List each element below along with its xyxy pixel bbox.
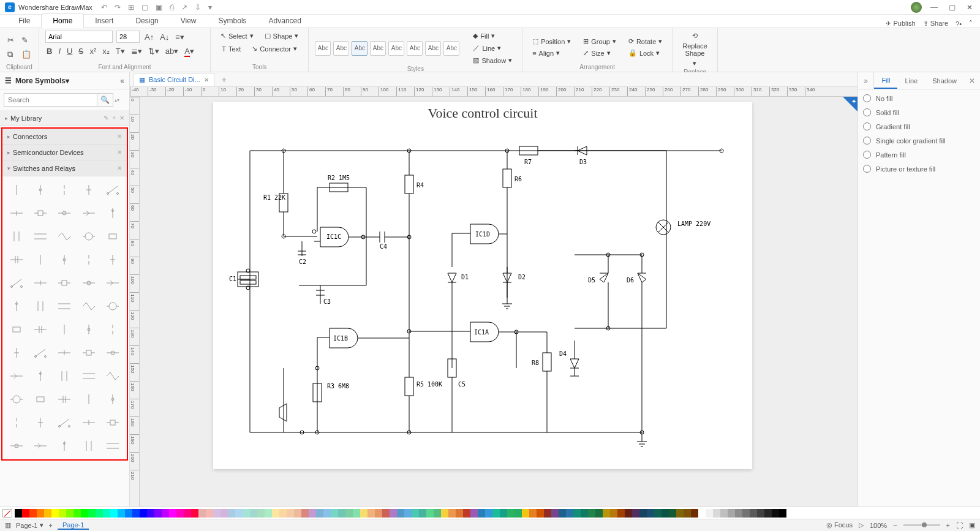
print-icon[interactable]: ⎙ <box>170 3 174 12</box>
style-preset-5[interactable]: Abc <box>388 41 404 56</box>
bold-icon[interactable]: B <box>45 45 53 57</box>
pages-icon[interactable]: ▥ <box>5 521 11 529</box>
copy-icon[interactable]: ⧉ <box>6 48 15 61</box>
symbol-item[interactable] <box>30 203 50 223</box>
color-swatch[interactable] <box>198 509 206 518</box>
color-swatch[interactable] <box>485 509 492 518</box>
collapse-ribbon-icon[interactable]: ˄ <box>969 20 973 28</box>
color-swatch[interactable] <box>301 509 309 518</box>
color-swatch[interactable] <box>375 509 382 518</box>
fill-option[interactable]: Picture or texture fill <box>863 165 975 173</box>
symbol-item[interactable] <box>55 390 75 409</box>
symbol-item[interactable] <box>78 180 99 200</box>
color-swatch[interactable] <box>632 509 639 518</box>
italic-icon[interactable]: I <box>57 45 62 57</box>
symbol-item[interactable] <box>30 343 50 363</box>
add-page-icon[interactable]: + <box>48 522 52 529</box>
color-swatch[interactable] <box>147 509 154 518</box>
color-swatch[interactable] <box>331 509 338 518</box>
cut-icon[interactable]: ✂ <box>6 34 15 46</box>
color-swatch[interactable] <box>676 509 684 518</box>
color-swatch[interactable] <box>338 509 345 518</box>
color-swatch[interactable] <box>316 509 323 518</box>
symbol-item[interactable] <box>103 250 123 269</box>
symbol-item[interactable] <box>30 366 50 386</box>
color-swatch[interactable] <box>22 509 29 518</box>
symbol-item[interactable] <box>78 296 99 316</box>
color-swatch[interactable] <box>441 509 448 518</box>
symbol-item[interactable] <box>30 273 50 293</box>
style-preset-2[interactable]: Abc <box>333 41 349 56</box>
color-swatch[interactable] <box>294 509 301 518</box>
color-swatch[interactable] <box>345 509 353 518</box>
symbol-item[interactable] <box>55 250 75 269</box>
text-button[interactable]: T Text <box>218 44 244 54</box>
color-swatch[interactable] <box>176 509 184 518</box>
increase-font-icon[interactable]: A↑ <box>143 31 155 43</box>
help-icon[interactable]: ?• <box>956 20 962 28</box>
new-icon[interactable]: ⊞ <box>128 3 134 12</box>
fit-page-icon[interactable]: ⛶ <box>956 522 963 529</box>
color-swatch[interactable] <box>382 509 390 518</box>
shadow-button[interactable]: ▨ Shadow▾ <box>469 55 516 66</box>
color-swatch[interactable] <box>44 509 51 518</box>
symbol-item[interactable] <box>6 296 26 316</box>
page-select[interactable]: Page-1 ▾ <box>16 521 43 529</box>
color-swatch[interactable] <box>162 509 169 518</box>
category-connectors[interactable]: ▸Connectors ✕ <box>2 129 127 145</box>
color-swatch[interactable] <box>265 509 272 518</box>
cat-close-icon[interactable]: ✕ <box>117 133 122 140</box>
open-icon[interactable]: ▢ <box>141 3 148 12</box>
color-swatch[interactable] <box>213 509 221 518</box>
color-swatch[interactable] <box>544 509 551 518</box>
cat-close-icon[interactable]: ✕ <box>117 165 122 171</box>
font-size-select[interactable] <box>116 31 140 43</box>
search-scroll-icon[interactable]: ▴▾ <box>115 93 126 107</box>
symbol-item[interactable] <box>55 320 75 339</box>
color-swatch[interactable] <box>456 509 463 518</box>
color-swatch[interactable] <box>360 509 368 518</box>
tab-design[interactable]: Design <box>124 14 169 28</box>
bullets-icon[interactable]: ≣▾ <box>130 45 143 57</box>
color-swatch[interactable] <box>728 509 735 518</box>
superscript-icon[interactable]: x² <box>88 45 97 57</box>
color-swatch[interactable] <box>434 509 441 518</box>
color-swatch[interactable] <box>537 509 544 518</box>
category-semiconductor[interactable]: ▸Semiconductor Devices ✕ <box>2 145 127 160</box>
color-swatch[interactable] <box>647 509 654 518</box>
symbol-item[interactable] <box>103 320 123 339</box>
color-swatch[interactable] <box>154 509 162 518</box>
symbol-item[interactable] <box>55 273 75 293</box>
symbol-item[interactable] <box>30 390 50 409</box>
color-swatch[interactable] <box>522 509 529 518</box>
drawing-page[interactable]: Voice control circuit <box>213 102 752 469</box>
color-swatch[interactable] <box>566 509 573 518</box>
color-swatch[interactable] <box>617 509 625 518</box>
color-swatch[interactable] <box>463 509 470 518</box>
color-swatch[interactable] <box>529 509 537 518</box>
color-swatch[interactable] <box>110 509 118 518</box>
color-swatch[interactable] <box>573 509 581 518</box>
add-doc-icon[interactable]: + <box>217 75 232 85</box>
symbol-item[interactable] <box>55 296 75 316</box>
color-swatch[interactable] <box>595 509 603 518</box>
minimize-icon[interactable]: — <box>928 3 940 12</box>
color-swatch[interactable] <box>772 509 779 518</box>
symbol-item[interactable] <box>55 413 75 432</box>
symbol-item[interactable] <box>78 250 99 269</box>
symbol-item[interactable] <box>103 296 123 316</box>
color-swatch[interactable] <box>15 509 22 518</box>
symbol-item[interactable] <box>6 250 26 269</box>
style-preset-4[interactable]: Abc <box>370 41 386 56</box>
canvas[interactable]: ✦ Voice control circuit <box>140 97 858 507</box>
color-swatch[interactable] <box>228 509 235 518</box>
fill-option[interactable]: Single color gradient fill <box>863 137 975 145</box>
color-swatch[interactable] <box>184 509 191 518</box>
save-icon[interactable]: ▣ <box>156 3 162 12</box>
color-swatch[interactable] <box>235 509 243 518</box>
symbol-item[interactable] <box>103 436 123 456</box>
color-swatch[interactable] <box>691 509 698 518</box>
fill-option[interactable]: Solid fill <box>863 108 975 116</box>
color-swatch[interactable] <box>81 509 88 518</box>
color-swatch[interactable] <box>88 509 96 518</box>
